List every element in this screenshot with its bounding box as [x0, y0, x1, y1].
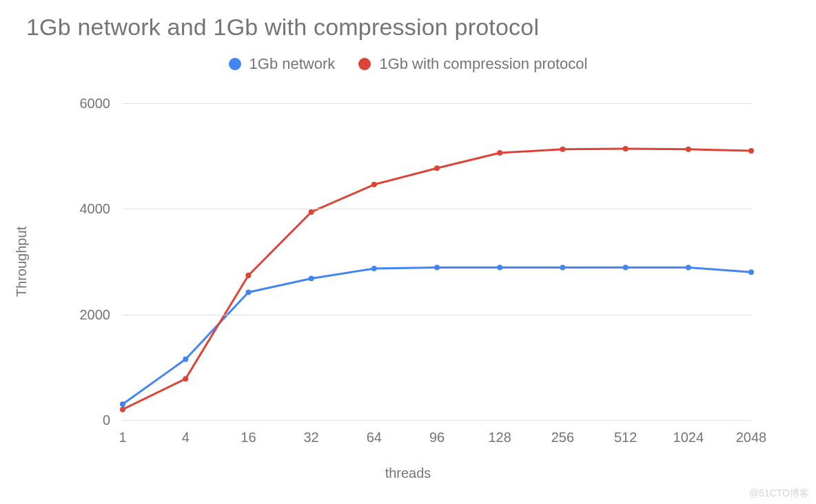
data-point — [371, 182, 377, 187]
x-tick-label: 32 — [303, 420, 318, 445]
data-point — [120, 401, 125, 407]
data-point — [560, 147, 565, 152]
data-point — [497, 264, 502, 270]
data-point — [748, 269, 754, 275]
x-tick-label: 96 — [429, 420, 445, 445]
y-tick-label: 4000 — [80, 201, 123, 217]
line-svg — [123, 103, 751, 420]
x-tick-label: 16 — [241, 420, 256, 445]
x-tick-label: 2048 — [736, 420, 767, 445]
data-point — [183, 357, 188, 362]
data-point — [623, 264, 629, 270]
x-axis-label: threads — [0, 465, 816, 481]
data-point — [245, 273, 251, 278]
x-tick-label: 256 — [551, 420, 574, 445]
legend-dot-series-0 — [229, 58, 241, 70]
x-tick-label: 1024 — [673, 420, 704, 445]
data-point — [120, 407, 125, 412]
data-point — [309, 209, 314, 215]
data-point — [748, 148, 754, 154]
legend-label-series-0: 1Gb network — [249, 55, 336, 73]
data-point — [309, 276, 314, 282]
x-tick-label: 512 — [614, 420, 637, 445]
legend-item-series-1: 1Gb with compression protocol — [358, 55, 587, 73]
watermark: @51CTO博客 — [749, 487, 809, 500]
data-point — [434, 264, 440, 270]
data-point — [560, 264, 565, 270]
data-point — [686, 147, 691, 152]
data-point — [623, 146, 629, 151]
x-tick-label: 64 — [367, 420, 382, 445]
legend: 1Gb network 1Gb with compression protoco… — [0, 55, 816, 74]
data-point — [434, 165, 440, 171]
legend-item-series-0: 1Gb network — [229, 55, 336, 73]
x-tick-label: 1 — [119, 420, 126, 445]
data-point — [686, 264, 691, 270]
data-point — [371, 266, 377, 271]
gridline — [123, 103, 751, 104]
gridline — [123, 209, 751, 209]
data-point — [183, 376, 188, 381]
y-tick-label: 6000 — [80, 96, 123, 112]
gridline — [123, 315, 751, 315]
data-point — [497, 150, 502, 156]
y-axis-label: Throughput — [14, 227, 30, 297]
x-tick-label: 4 — [182, 420, 190, 445]
chart-container: 1Gb network and 1Gb with compression pro… — [0, 0, 816, 504]
plot-area: 0200040006000141632649612825651210242048 — [123, 103, 751, 420]
series-line-1 — [123, 149, 751, 410]
legend-label-series-1: 1Gb with compression protocol — [379, 55, 587, 73]
legend-dot-series-1 — [358, 58, 371, 70]
series-line-0 — [123, 267, 751, 404]
x-tick-label: 128 — [489, 420, 511, 445]
y-tick-label: 2000 — [80, 306, 123, 322]
data-point — [245, 289, 251, 295]
chart-title: 1Gb network and 1Gb with compression pro… — [26, 14, 539, 41]
